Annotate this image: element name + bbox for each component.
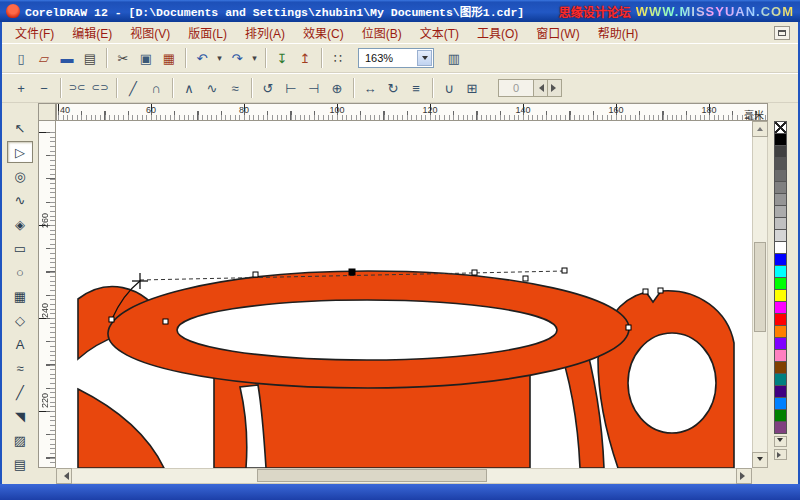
menu-tools[interactable]: 工具(O) — [468, 22, 527, 43]
curve-node[interactable] — [658, 288, 663, 293]
pick-tool[interactable]: ↖ — [7, 117, 33, 139]
smart-drawing-tool[interactable]: ◈ — [7, 213, 33, 235]
scroll-up-button[interactable] — [752, 121, 768, 137]
vertical-scrollbar[interactable] — [752, 121, 768, 468]
scroll-left-button[interactable] — [56, 468, 72, 484]
cut-button[interactable]: ✂ — [112, 47, 134, 69]
menu-bitmaps[interactable]: 位图(B) — [353, 22, 411, 43]
outline-pen-tool[interactable]: ◥ — [7, 405, 33, 427]
extract-subpath-button[interactable]: ⊣ — [303, 77, 325, 99]
copy-button[interactable]: ▣ — [135, 47, 157, 69]
horizontal-ruler[interactable]: 40 60 80 100 120 140 160 180 毫米 — [56, 103, 768, 121]
fill-tool[interactable]: ▨ — [7, 429, 33, 451]
curve-node[interactable] — [562, 268, 567, 273]
import-button[interactable]: ↧ — [271, 47, 293, 69]
select-all-nodes-button[interactable]: ⊞ — [461, 77, 483, 99]
delete-node-button[interactable]: − — [33, 77, 55, 99]
vase-left-handle-bottom[interactable] — [78, 389, 164, 468]
ruler-label: 100 — [329, 105, 344, 115]
join-nodes-icon: ⊃⊂ — [69, 83, 86, 93]
basic-shapes-tool[interactable]: ◇ — [7, 309, 33, 331]
palette-swatch[interactable] — [774, 421, 787, 434]
export-button[interactable]: ↥ — [294, 47, 316, 69]
menu-window[interactable]: 窗口(W) — [527, 22, 588, 43]
menu-file[interactable]: 文件(F) — [6, 22, 63, 43]
redo-button[interactable]: ↷ — [226, 47, 248, 69]
convert-to-curve-button[interactable]: ∩ — [145, 77, 167, 99]
curve-node[interactable] — [643, 289, 648, 294]
zoom-level-combo[interactable]: 163% — [358, 48, 434, 68]
print-button[interactable]: ▤ — [79, 47, 101, 69]
freehand-tool[interactable]: ∿ — [7, 189, 33, 211]
break-curve-button[interactable]: ⊂⊃ — [89, 77, 111, 99]
interactive-fill-tool[interactable]: ▤ — [7, 453, 33, 475]
open-button[interactable]: ▱ — [33, 47, 55, 69]
stretch-nodes-button[interactable]: ↔ — [359, 77, 381, 99]
menu-text[interactable]: 文本(T) — [411, 22, 468, 43]
application-launcher-button[interactable]: ∷ — [327, 47, 349, 69]
curve-node[interactable] — [523, 276, 528, 281]
horizontal-scroll-thumb[interactable] — [257, 469, 487, 482]
text-tool[interactable]: A — [7, 333, 33, 355]
curve-smoothness-spinner[interactable]: 0 — [498, 79, 562, 97]
symmetrical-node-button[interactable]: ≈ — [224, 77, 246, 99]
toolbar-separator — [172, 78, 173, 98]
elastic-mode-button[interactable]: ∪ — [438, 77, 460, 99]
menu-view[interactable]: 视图(V) — [121, 22, 179, 43]
undo-dropdown[interactable]: ▾ — [214, 47, 225, 69]
spinner-decrease-button[interactable] — [534, 79, 548, 97]
scrollbar-corner — [752, 468, 768, 484]
ruler-origin[interactable] — [38, 103, 56, 121]
curve-node[interactable] — [626, 325, 631, 330]
scroll-down-button[interactable] — [752, 452, 768, 468]
extend-curve-button[interactable]: ⊢ — [280, 77, 302, 99]
menu-arrange[interactable]: 排列(A) — [236, 22, 294, 43]
shape-tool[interactable]: ▷ — [7, 141, 33, 163]
curve-node[interactable] — [109, 317, 114, 322]
document-window-button[interactable] — [774, 26, 790, 40]
new-button[interactable]: ▯ — [10, 47, 32, 69]
combo-dropdown-button[interactable] — [417, 50, 432, 66]
join-nodes-button[interactable]: ⊃⊂ — [66, 77, 88, 99]
selected-curve-node[interactable] — [349, 269, 355, 275]
redo-dropdown[interactable]: ▾ — [249, 47, 260, 69]
convert-to-line-button[interactable]: ╱ — [122, 77, 144, 99]
add-node-button[interactable]: + — [10, 77, 32, 99]
scissors-icon: ✂ — [118, 52, 129, 65]
paste-button[interactable]: ▦ — [158, 47, 180, 69]
toolbar-separator — [60, 78, 61, 98]
graph-button[interactable]: ▥ — [443, 47, 465, 69]
graph-paper-icon: ▦ — [14, 289, 26, 304]
vertical-ruler[interactable]: 260 240 220 — [38, 121, 56, 468]
vertical-scroll-thumb[interactable] — [754, 242, 766, 332]
rotate-nodes-button[interactable]: ↻ — [382, 77, 404, 99]
reverse-direction-button[interactable]: ↺ — [257, 77, 279, 99]
menu-effects[interactable]: 效果(C) — [294, 22, 353, 43]
line-icon: ╱ — [129, 82, 137, 95]
auto-close-curve-button[interactable]: ⊕ — [326, 77, 348, 99]
palette-expand-button[interactable] — [774, 449, 787, 460]
curve-node[interactable] — [163, 319, 168, 324]
menu-edit[interactable]: 编辑(E) — [63, 22, 121, 43]
save-button[interactable]: ▬ — [56, 47, 78, 69]
spinner-increase-button[interactable] — [548, 79, 562, 97]
horizontal-scrollbar[interactable] — [56, 468, 752, 484]
toolbar-separator — [106, 48, 107, 68]
rectangle-tool[interactable]: ▭ — [7, 237, 33, 259]
palette-scroll-down-button[interactable] — [774, 436, 787, 447]
ellipse-tool[interactable]: ○ — [7, 261, 33, 283]
menu-help[interactable]: 帮助(H) — [589, 22, 648, 43]
eyedropper-tool[interactable]: ╱ — [7, 381, 33, 403]
menu-layout[interactable]: 版面(L) — [179, 22, 236, 43]
cusp-node-button[interactable]: ∧ — [178, 77, 200, 99]
drawing-canvas[interactable] — [56, 121, 752, 468]
undo-button[interactable]: ↶ — [191, 47, 213, 69]
smooth-node-button[interactable]: ∿ — [201, 77, 223, 99]
curve-node[interactable] — [472, 270, 477, 275]
scroll-right-button[interactable] — [736, 468, 752, 484]
zoom-tool[interactable]: ◎ — [7, 165, 33, 187]
interactive-blend-tool[interactable]: ≈ — [7, 357, 33, 379]
curve-node[interactable] — [253, 272, 258, 277]
graph-paper-tool[interactable]: ▦ — [7, 285, 33, 307]
align-nodes-button[interactable]: ≡ — [405, 77, 427, 99]
